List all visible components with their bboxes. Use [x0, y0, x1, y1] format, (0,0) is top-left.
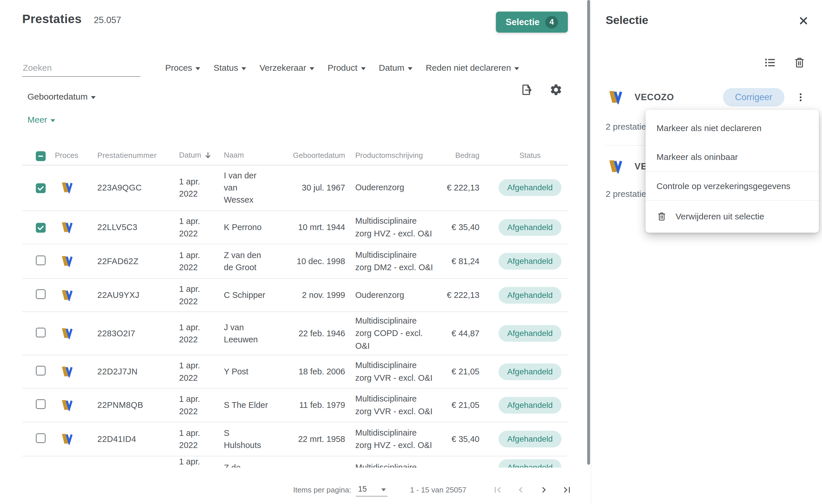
row-checkbox[interactable]	[36, 183, 46, 193]
search-input[interactable]	[22, 61, 140, 77]
page-title: Prestaties	[22, 12, 82, 26]
next-page-icon[interactable]	[538, 484, 550, 496]
table-row[interactable]: 22AU9YXJ 1 apr. 2022 C Schipper 2 nov. 1…	[22, 279, 567, 312]
row-naam: J van Leeuwen	[222, 321, 277, 346]
row-naam: K Perrono	[222, 221, 277, 233]
last-page-icon[interactable]	[561, 484, 573, 496]
row-datum: 1 apr. 2022	[175, 283, 222, 307]
row-checkbox[interactable]	[36, 289, 46, 299]
first-page-icon[interactable]	[492, 484, 503, 496]
table-row[interactable]: 22FAD62Z 1 apr. 2022 Z van den de Groot …	[22, 244, 567, 279]
filter-dropdown-label: Datum	[379, 63, 404, 73]
table-row[interactable]: 22LLV5C3 1 apr. 2022 K Perrono 10 mrt. 1…	[22, 211, 567, 244]
table-row[interactable]: 22PNM8QB 1 apr. 2022 S The Elder 11 feb.…	[22, 389, 567, 422]
column-header-proces[interactable]: Proces	[54, 151, 94, 160]
list-view-icon[interactable]	[764, 56, 776, 69]
vecozo-icon	[606, 90, 623, 104]
filter-dropdown[interactable]: Reden niet declareren	[426, 63, 519, 73]
kebab-menu-icon[interactable]	[795, 92, 806, 102]
column-header-bedrag[interactable]: Bedrag	[446, 151, 492, 160]
table-row[interactable]: 2283O2I7 1 apr. 2022 J van Leeuwen 22 fe…	[22, 312, 567, 355]
panel-title: Selectie	[606, 14, 648, 27]
row-productomschrijving: Multidisciplinaire zorg COPD - excl. O&I	[347, 315, 446, 352]
table-row[interactable]: 22D2J7JN 1 apr. 2022 Y Post 18 feb. 2006…	[22, 355, 567, 389]
status-badge: Afgehandeld	[498, 397, 561, 414]
vertical-scrollbar[interactable]	[587, 0, 590, 465]
entry-name: VECOZO	[635, 92, 674, 102]
status-badge: Afgehandeld	[498, 459, 561, 468]
items-per-page-label: Items per pagina:	[293, 486, 351, 494]
chevron-down-icon	[514, 67, 519, 70]
menu-item-markeer-oninbaar[interactable]: Markeer als oninbaar	[646, 143, 819, 171]
table-row[interactable]: 223A9QGC 1 apr. 2022 I van der van Wesse…	[22, 165, 567, 211]
row-naam: C Schipper	[222, 289, 277, 301]
row-checkbox[interactable]	[36, 366, 46, 376]
row-checkbox[interactable]	[36, 255, 46, 265]
chevron-down-icon	[310, 67, 314, 70]
menu-item-verwijderen-uit-selectie[interactable]: Verwijderen uit selectie	[646, 200, 819, 232]
column-header-prestatienummer[interactable]: Prestatienummer	[94, 151, 175, 160]
row-checkbox[interactable]	[36, 433, 46, 443]
row-prestatienummer: 22D41ID4	[94, 434, 175, 444]
column-header-status[interactable]: Status	[492, 151, 567, 160]
table-row[interactable]: 1 apr. 2022 Z de Multidisciplinaire Afge…	[22, 456, 567, 468]
column-header-productomschrijving[interactable]: Productomschrijving	[347, 150, 446, 161]
select-all-checkbox[interactable]	[36, 151, 46, 161]
pager-buttons	[492, 484, 573, 496]
row-bedrag: € 222,13	[446, 290, 492, 300]
previous-page-icon[interactable]	[515, 484, 526, 496]
main-content: Prestaties 25.057 Selectie 4 Proces	[0, 0, 587, 504]
column-header-naam[interactable]: Naam	[222, 150, 277, 161]
filter-dropdown[interactable]: Proces	[165, 63, 200, 73]
filter-dropdown[interactable]: Verzekeraar	[259, 63, 314, 73]
corrigeer-chip[interactable]: Corrigeer	[723, 88, 784, 107]
filter-dropdown[interactable]: Datum	[379, 63, 412, 73]
chevron-down-icon	[242, 67, 246, 70]
chevron-down-icon	[91, 96, 96, 99]
selection-button[interactable]: Selectie 4	[496, 12, 568, 33]
row-productomschrijving: Multidisciplinaire zorg HVZ - excl. O&I	[347, 215, 446, 240]
sort-field-dropdown[interactable]: Geboortedatum	[27, 92, 96, 102]
trash-icon[interactable]	[793, 56, 806, 69]
table-row[interactable]: 22D41ID4 1 apr. 2022 S Hulshouts 22 mrt.…	[22, 422, 567, 456]
row-datum: 1 apr. 2022	[175, 321, 222, 346]
row-datum: 1 apr. 2022	[175, 393, 222, 417]
filter-dropdowns: Proces Status Verzekeraar Produc	[165, 63, 519, 77]
entry-meta: 2 prestaties	[606, 189, 651, 199]
pagination-bar: Items per pagina: 15 1 - 15 van 25057	[0, 476, 587, 504]
row-checkbox[interactable]	[36, 328, 46, 337]
items-per-page-select[interactable]: 15	[356, 484, 388, 496]
gear-icon[interactable]	[549, 83, 563, 96]
filter-dropdown-label: Proces	[165, 63, 192, 73]
menu-item-markeer-niet-declareren[interactable]: Markeer als niet declareren	[646, 114, 819, 143]
export-icon[interactable]	[520, 83, 533, 96]
menu-item-label: Verwijderen uit selectie	[676, 212, 764, 221]
row-productomschrijving: Multidisciplinaire zorg HVZ - excl. O&I	[347, 427, 446, 452]
status-badge: Afgehandeld	[498, 325, 561, 342]
filter-dropdown[interactable]: Status	[214, 63, 246, 73]
chevron-down-icon	[195, 67, 200, 70]
panel-tools	[764, 56, 806, 69]
row-naam: Z de	[222, 462, 277, 468]
filter-dropdown-label: Verzekeraar	[259, 63, 306, 73]
row-prestatienummer: 22D2J7JN	[94, 367, 175, 376]
column-header-datum[interactable]: Datum	[175, 150, 222, 161]
status-badge: Afgehandeld	[498, 253, 561, 270]
row-checkbox[interactable]	[36, 399, 46, 409]
row-bedrag: € 35,40	[446, 434, 492, 444]
row-geboortedatum: 22 mrt. 1958	[277, 434, 347, 444]
table-body: 223A9QGC 1 apr. 2022 I van der van Wesse…	[22, 165, 567, 468]
selection-button-label: Selectie	[506, 17, 539, 27]
selection-panel: Selectie VECOZO Corrigeer 2 prestaties V…	[591, 0, 822, 504]
row-productomschrijving: Multidisciplinaire zorg VVR - excl. O&I	[347, 393, 446, 418]
row-datum: 1 apr. 2022	[175, 427, 222, 451]
row-productomschrijving: Multidisciplinaire zorg DM2 - excl. O&I	[347, 249, 446, 274]
close-icon[interactable]	[798, 15, 809, 27]
filter-dropdown[interactable]: Product	[328, 63, 365, 73]
more-filters-dropdown[interactable]: Meer	[27, 115, 55, 125]
row-geboortedatum: 22 feb. 1946	[277, 329, 347, 338]
menu-item-controle-verzekeringsgegevens[interactable]: Controle op verzekeringsgegevens	[646, 171, 819, 200]
row-naam: S The Elder	[222, 399, 277, 411]
row-checkbox[interactable]	[36, 223, 46, 233]
column-header-geboortedatum[interactable]: Geboortedatum	[277, 151, 347, 160]
